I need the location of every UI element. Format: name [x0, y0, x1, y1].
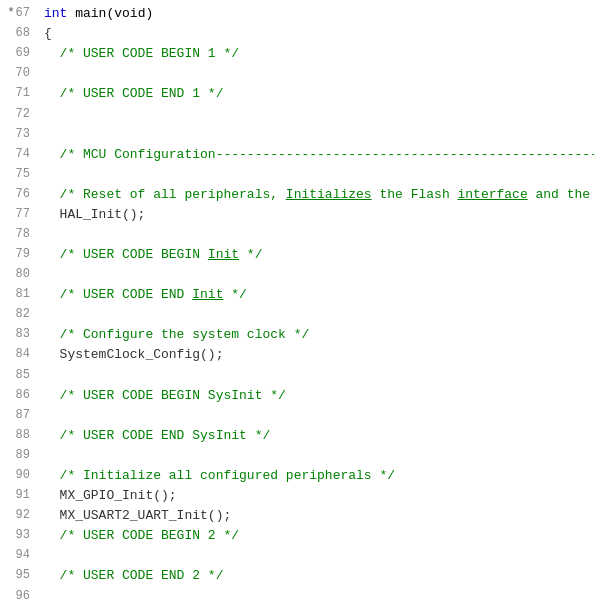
code-line-69: 69 /* USER CODE BEGIN 1 */ — [0, 44, 594, 64]
line-content-71: /* USER CODE END 1 */ — [38, 84, 594, 104]
line-number-87: 87 — [0, 406, 38, 425]
line-content-69: /* USER CODE BEGIN 1 */ — [38, 44, 594, 64]
line-number-68: 68 — [0, 24, 38, 43]
line-number-78: 78 — [0, 225, 38, 244]
line-content-93: /* USER CODE BEGIN 2 */ — [38, 526, 594, 546]
line-number-79: 79 — [0, 245, 38, 264]
line-number-72: 72 — [0, 105, 38, 124]
code-line-89: 89 — [0, 446, 594, 466]
line-content-95: /* USER CODE END 2 */ — [38, 566, 594, 586]
line-number-96: 96 — [0, 587, 38, 600]
line-number-70: 70 — [0, 64, 38, 83]
code-line-90: 90 /* Initialize all configured peripher… — [0, 466, 594, 486]
line-number-88: 88 — [0, 426, 38, 445]
code-line-67: 67 int main(void) — [0, 4, 594, 24]
code-line-83: 83 /* Configure the system clock */ — [0, 325, 594, 345]
underline-interface: interface — [458, 187, 528, 202]
line-number-80: 80 — [0, 265, 38, 284]
code-line-71: 71 /* USER CODE END 1 */ — [0, 84, 594, 104]
code-line-96: 96 — [0, 587, 594, 600]
code-line-72: 72 — [0, 105, 594, 125]
code-line-80: 80 — [0, 265, 594, 285]
line-number-82: 82 — [0, 305, 38, 324]
line-number-90: 90 — [0, 466, 38, 485]
underline-init-79: Init — [208, 247, 239, 262]
code-line-79: 79 /* USER CODE BEGIN Init */ — [0, 245, 594, 265]
fn-main: main(void) — [75, 6, 153, 21]
line-number-77: 77 — [0, 205, 38, 224]
code-line-93: 93 /* USER CODE BEGIN 2 */ — [0, 526, 594, 546]
line-number-91: 91 — [0, 486, 38, 505]
code-line-74: 74 /* MCU Configuration-----------------… — [0, 145, 594, 165]
line-number-74: 74 — [0, 145, 38, 164]
line-number-84: 84 — [0, 345, 38, 364]
code-line-81: 81 /* USER CODE END Init */ — [0, 285, 594, 305]
code-line-88: 88 /* USER CODE END SysInit */ — [0, 426, 594, 446]
line-content-83: /* Configure the system clock */ — [38, 325, 594, 345]
line-number-69: 69 — [0, 44, 38, 63]
line-number-93: 93 — [0, 526, 38, 545]
code-line-73: 73 — [0, 125, 594, 145]
line-number-73: 73 — [0, 125, 38, 144]
line-content-74: /* MCU Configuration--------------------… — [38, 145, 594, 165]
line-content-88: /* USER CODE END SysInit */ — [38, 426, 594, 446]
code-line-82: 82 — [0, 305, 594, 325]
line-content-84: SystemClock_Config(); — [38, 345, 594, 365]
line-number-75: 75 — [0, 165, 38, 184]
code-line-92: 92 MX_USART2_UART_Init(); — [0, 506, 594, 526]
code-line-84: 84 SystemClock_Config(); — [0, 345, 594, 365]
line-number-67: 67 — [0, 4, 38, 23]
line-content-81: /* USER CODE END Init */ — [38, 285, 594, 305]
code-line-95: 95 /* USER CODE END 2 */ — [0, 566, 594, 586]
line-content-76: /* Reset of all peripherals, Initializes… — [38, 185, 594, 205]
line-number-85: 85 — [0, 366, 38, 385]
line-content-86: /* USER CODE BEGIN SysInit */ — [38, 386, 594, 406]
line-content-91: MX_GPIO_Init(); — [38, 486, 594, 506]
code-line-78: 78 — [0, 225, 594, 245]
line-number-86: 86 — [0, 386, 38, 405]
code-editor: 67 int main(void) 68 { 69 /* USER CODE B… — [0, 0, 594, 600]
line-content-79: /* USER CODE BEGIN Init */ — [38, 245, 594, 265]
line-number-81: 81 — [0, 285, 38, 304]
line-content-77: HAL_Init(); — [38, 205, 594, 225]
line-number-83: 83 — [0, 325, 38, 344]
underline-initializes: Initializes — [286, 187, 372, 202]
code-line-68: 68 { — [0, 24, 594, 44]
line-content-92: MX_USART2_UART_Init(); — [38, 506, 594, 526]
line-content-90: /* Initialize all configured peripherals… — [38, 466, 594, 486]
line-number-94: 94 — [0, 546, 38, 565]
code-line-77: 77 HAL_Init(); — [0, 205, 594, 225]
code-line-86: 86 /* USER CODE BEGIN SysInit */ — [0, 386, 594, 406]
underline-init-81: Init — [192, 287, 223, 302]
line-number-92: 92 — [0, 506, 38, 525]
code-line-87: 87 — [0, 406, 594, 426]
code-line-76: 76 /* Reset of all peripherals, Initiali… — [0, 185, 594, 205]
line-number-95: 95 — [0, 566, 38, 585]
code-line-70: 70 — [0, 64, 594, 84]
code-line-94: 94 — [0, 546, 594, 566]
line-number-71: 71 — [0, 84, 38, 103]
code-line-91: 91 MX_GPIO_Init(); — [0, 486, 594, 506]
code-line-75: 75 — [0, 165, 594, 185]
line-number-76: 76 — [0, 185, 38, 204]
line-number-89: 89 — [0, 446, 38, 465]
line-content-67: int main(void) — [38, 4, 594, 24]
kw-int: int — [44, 6, 67, 21]
line-content-68: { — [38, 24, 594, 44]
code-line-85: 85 — [0, 366, 594, 386]
